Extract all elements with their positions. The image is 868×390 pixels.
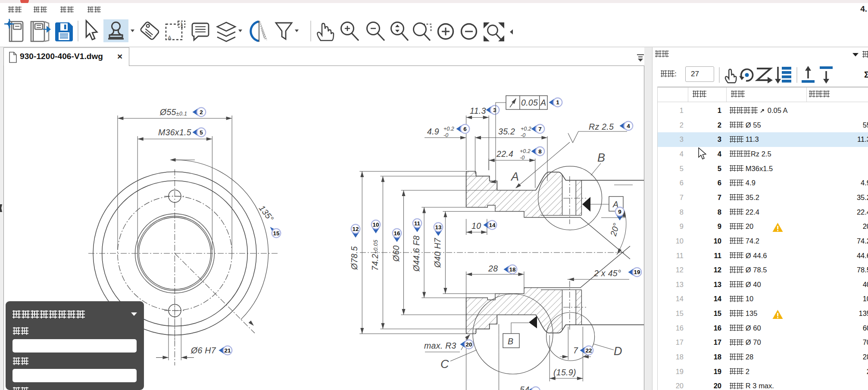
svg-text:M36x1.5: M36x1.5: [158, 128, 191, 137]
svg-text:20: 20: [465, 341, 472, 348]
svg-text:135°: 135°: [257, 203, 276, 223]
svg-text:22.4: 22.4: [496, 149, 513, 159]
svg-text:0.05: 0.05: [521, 98, 538, 107]
svg-text:Rz 2.5: Rz 2.5: [589, 122, 614, 131]
svg-text:Ø40 H7: Ø40 H7: [433, 237, 442, 268]
svg-text:11.3: 11.3: [470, 106, 486, 115]
svg-text:7: 7: [573, 346, 578, 355]
svg-text:-0: -0: [443, 132, 448, 138]
svg-text:(15.9): (15.9): [553, 368, 576, 377]
svg-text:5: 5: [200, 129, 203, 136]
svg-text:C: C: [440, 358, 449, 371]
svg-text:11: 11: [414, 220, 421, 227]
svg-text:1: 1: [180, 22, 183, 28]
svg-text:74.2±0.05: 74.2±0.05: [370, 240, 380, 271]
svg-text:18: 18: [509, 266, 516, 273]
svg-text:Ø44.6 F8: Ø44.6 F8: [412, 235, 421, 272]
svg-text:B: B: [597, 151, 605, 164]
svg-text:4: 4: [627, 123, 630, 129]
svg-text:4.9: 4.9: [427, 127, 439, 136]
svg-text:16: 16: [393, 230, 400, 237]
svg-text:Ø6 H7: Ø6 H7: [190, 346, 216, 355]
svg-text:10: 10: [372, 222, 379, 228]
svg-text:54: 54: [520, 385, 529, 390]
svg-text:9: 9: [618, 209, 621, 215]
svg-text:Ø55±0.1: Ø55±0.1: [159, 107, 187, 117]
svg-text:6: 6: [463, 126, 467, 132]
svg-text:10: 10: [471, 221, 481, 231]
svg-text:1: 1: [556, 99, 559, 106]
svg-text:19: 19: [634, 269, 640, 275]
svg-text:+0.2: +0.2: [520, 148, 531, 154]
svg-text:35.2: 35.2: [498, 127, 515, 136]
svg-text:A: A: [510, 170, 519, 183]
svg-text:13: 13: [435, 224, 442, 231]
svg-text:2: 2: [200, 109, 203, 115]
svg-text:Ø78.5: Ø78.5: [350, 246, 359, 270]
svg-text:7: 7: [538, 126, 542, 132]
svg-text:22: 22: [585, 347, 592, 354]
svg-text:Ø60: Ø60: [391, 245, 401, 262]
svg-text:B: B: [508, 337, 513, 346]
svg-text:2 x 45°: 2 x 45°: [593, 268, 621, 278]
svg-text:12: 12: [352, 226, 359, 232]
svg-text:14: 14: [489, 222, 496, 228]
svg-text:20°: 20°: [608, 222, 621, 237]
svg-text:+0.2: +0.2: [443, 126, 454, 132]
svg-text:D: D: [614, 345, 622, 358]
svg-text:3: 3: [493, 107, 496, 113]
svg-text:8: 8: [538, 148, 542, 155]
svg-text:-0: -0: [520, 155, 525, 161]
svg-text:28: 28: [488, 264, 498, 273]
svg-text:+0.2: +0.2: [521, 126, 531, 132]
svg-text:15: 15: [273, 230, 280, 237]
svg-text:A: A: [168, 34, 172, 41]
svg-text:A: A: [540, 98, 546, 107]
svg-text:21: 21: [224, 347, 231, 354]
svg-text:max. R3: max. R3: [424, 341, 456, 350]
svg-text:-0: -0: [521, 132, 525, 138]
